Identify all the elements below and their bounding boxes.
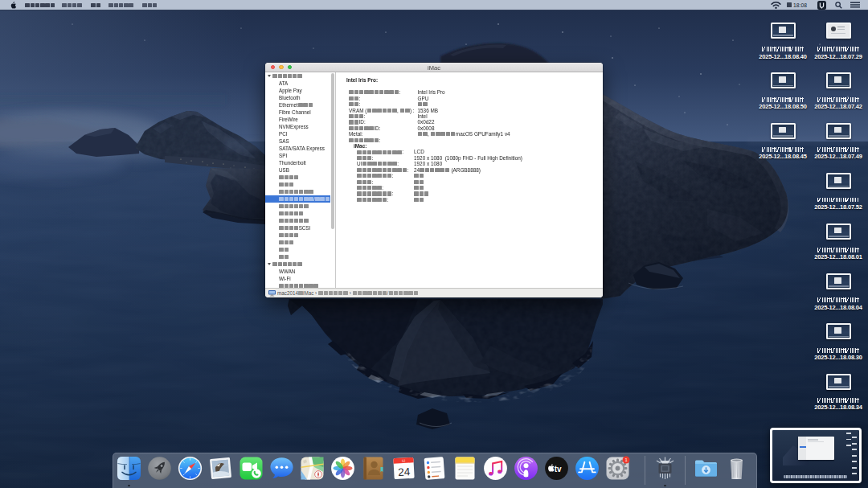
svg-text:1: 1	[624, 457, 627, 462]
svg-text:24: 24	[397, 465, 410, 478]
svg-text:tv: tv	[554, 464, 561, 473]
